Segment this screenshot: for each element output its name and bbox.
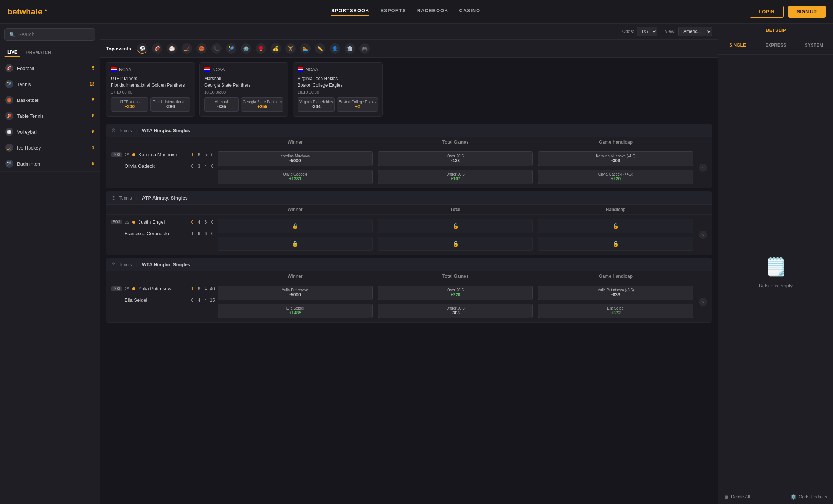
locked-cell-4: 🔒 [378, 237, 533, 251]
match-time-1: 17.10 08:00 [111, 90, 190, 94]
top-events-sport-btn-12[interactable]: 🏊 [300, 43, 311, 54]
match-time-3: 18.10 06:30 [298, 90, 378, 94]
odds-winner-3-p1[interactable]: Yulia Putintseva -5000 [218, 286, 373, 300]
top-events-sport-btn-7[interactable]: 🎾 [226, 43, 236, 54]
locked-cell-5: 🔒 [538, 219, 693, 233]
sidebar-item-basketball[interactable]: 🏀 Basketball 5 [0, 92, 100, 108]
top-events-sport-btn-9[interactable]: 🥊 [256, 43, 266, 54]
view-select[interactable]: Americ... European [678, 27, 712, 36]
lock-icon-6: 🔒 [613, 241, 619, 247]
betslip-tab-single[interactable]: SINGLE [718, 37, 757, 54]
nav-casino[interactable]: CASINO [459, 8, 481, 16]
top-events-sport-btn-4[interactable]: 🏒 [182, 43, 192, 54]
sidebar-item-badminton[interactable]: 🏸 Badminton 5 [0, 156, 100, 172]
search-box[interactable]: 🔍 [4, 28, 95, 41]
table-tennis-label: Table Tennis [17, 113, 88, 119]
player1-name-1: Karolina Muchova [138, 152, 177, 157]
top-events-sport-btn-10[interactable]: 💰 [271, 43, 281, 54]
login-button[interactable]: LOGIN [750, 6, 783, 18]
top-events-sport-btn-2[interactable]: 🏈 [152, 43, 162, 54]
odds-handicap-3-p1[interactable]: Yulia Putintseva (-3.5) -833 [538, 286, 693, 300]
top-events-football-btn[interactable]: ⚽ [137, 43, 147, 54]
expand-match-1[interactable]: › [699, 164, 707, 172]
sidebar-item-ice-hockey[interactable]: 🏒 Ice Hockey 1 [0, 140, 100, 156]
top-events-sport-btn-13[interactable]: ✏️ [315, 43, 325, 54]
signup-button[interactable]: SIGN UP [788, 6, 826, 18]
top-bar: Odds: US EU UK View: Americ... European [100, 24, 718, 40]
odds-total-under-val: +107 [380, 176, 531, 181]
badminton-icon: 🏸 [5, 160, 13, 168]
tab-live[interactable]: LIVE [4, 48, 20, 57]
odds-total-under[interactable]: Under 20.5 +107 [378, 170, 533, 184]
top-events-sport-btn-14[interactable]: 👤 [330, 43, 340, 54]
basketball-count: 5 [92, 97, 94, 103]
player2-set3-1: 0 [210, 164, 215, 169]
top-events-sport-btn-5[interactable]: 🏀 [196, 43, 207, 54]
odds-winner-player2[interactable]: Olivia Gadecki +1381 [218, 170, 373, 184]
match-section-2: ⏱ Tennis | ATP Almaty. Singles Winner To… [106, 191, 712, 255]
top-events-sport-btn-15[interactable]: 🏛️ [345, 43, 355, 54]
top-events-sport-btn-6[interactable]: 📞 [211, 43, 222, 54]
odds-total-over[interactable]: Over 20.5 -128 [378, 151, 533, 166]
odds-btn-1-2[interactable]: Florida International... -286 [150, 97, 190, 112]
top-events-sport-btn-8[interactable]: ⚙️ [241, 43, 251, 54]
nav-racebook[interactable]: RACEBOOK [417, 8, 448, 16]
sidebar-item-volleyball[interactable]: 🏐 Volleyball 6 [0, 124, 100, 140]
nav-sportsbook[interactable]: SPORTSBOOK [331, 8, 369, 16]
football-count: 5 [92, 66, 94, 71]
odds-btn-1-1[interactable]: UTEP Miners +200 [111, 97, 148, 112]
serve-dot-2 [132, 221, 135, 224]
locked-cell-6: 🔒 [538, 237, 693, 251]
odds-total-3-over[interactable]: Over 20.5 +220 [378, 286, 533, 300]
serve-dot-3 [132, 287, 135, 290]
us-flag-2 [204, 67, 210, 72]
sidebar-item-tennis[interactable]: 🎾 Tennis 13 [0, 76, 100, 92]
players-col-3: BO3 2S Yulia Putintseva 1 6 4 40 Ella Se… [111, 283, 215, 321]
odds-winner-3-p2[interactable]: Ella Seidel +1485 [218, 304, 373, 318]
odds-handicap-p2[interactable]: Olivia Gadecki (+4.5) +220 [538, 170, 693, 184]
ncaa-cards-row: NCAA UTEP Miners Florida International G… [100, 58, 718, 121]
players-col-1: BO3 2S Karolina Muchova 1 6 5 0 Olivia G… [111, 149, 215, 187]
match-teams-1: UTEP Miners Florida International Golden… [111, 75, 190, 89]
betslip-tab-system[interactable]: SYSTEM [795, 37, 833, 54]
tab-prematch[interactable]: PREMATCH [23, 48, 54, 57]
col-header-winner-1: Winner [215, 140, 375, 145]
top-events-sport-btn-3[interactable]: ⚾ [167, 43, 177, 54]
odds-btn-2-2[interactable]: Georgia State Panthers +255 [241, 97, 283, 112]
header: betwhale ● SPORTSBOOK ESPORTS RACEBOOK C… [0, 0, 833, 24]
ice-hockey-count: 1 [92, 145, 94, 150]
football-label: Football [17, 66, 88, 71]
sidebar-item-table-tennis[interactable]: 🏓 Table Tennis 8 [0, 108, 100, 124]
top-events-sport-btn-11[interactable]: 🏋️ [285, 43, 296, 54]
top-events-sport-btn-16[interactable]: 🎮 [359, 43, 370, 54]
odds-handicap-p2-val: +220 [540, 176, 691, 181]
odds-winner-p2-label: Olivia Gadecki [219, 172, 371, 176]
ncaa-label-2: NCAA [212, 67, 225, 72]
sidebar-item-football[interactable]: 🏈 Football 5 [0, 60, 100, 76]
odds-handicap-p1[interactable]: Karolina Muchova (-4.5) -303 [538, 151, 693, 166]
basketball-icon: 🏀 [5, 96, 13, 104]
live-prematch-tabs: LIVE PREMATCH [0, 45, 100, 60]
section-sport-1: Tennis [119, 128, 132, 133]
odds-total-3-under[interactable]: Under 20.5 -303 [378, 304, 533, 318]
delete-all-button[interactable]: 🗑 Delete All [724, 494, 750, 500]
nav-esports[interactable]: ESPORTS [381, 8, 406, 16]
search-input[interactable] [18, 31, 90, 37]
main-layout: 🔍 LIVE PREMATCH 🏈 Football 5 🎾 Tennis 13… [0, 24, 833, 504]
odds-handicap-3-p2[interactable]: Ella Seidel +372 [538, 304, 693, 318]
ncaa-card-1: NCAA UTEP Miners Florida International G… [106, 62, 195, 117]
expand-match-2[interactable]: › [699, 231, 707, 239]
betslip-tab-express[interactable]: EXPRESS [757, 37, 795, 54]
match-section-3: ⏱ Tennis | WTA Ningbo. Singles Winner To… [106, 258, 712, 323]
odds-total-col-3: Over 20.5 +220 Under 20.5 -303 [375, 283, 536, 321]
section-header-1: ⏱ Tennis | WTA Ningbo. Singles [106, 124, 712, 137]
expand-match-3[interactable]: › [699, 298, 707, 306]
odds-winner-player1[interactable]: Karolina Muchova -5000 [218, 151, 373, 166]
football-icon: 🏈 [5, 64, 13, 72]
odds-btn-3-2[interactable]: Boston College Eagles +2 [337, 97, 378, 112]
odds-btn-2-1[interactable]: Marshall -385 [204, 97, 239, 112]
odds-select[interactable]: US EU UK [637, 27, 657, 36]
odds-btn-3-1[interactable]: Virginia Tech Hokies -294 [298, 97, 335, 112]
odds-updates-button[interactable]: ⚙️ Odds Updates [791, 494, 827, 500]
odds-row-1: UTEP Miners +200 Florida International..… [111, 97, 190, 112]
